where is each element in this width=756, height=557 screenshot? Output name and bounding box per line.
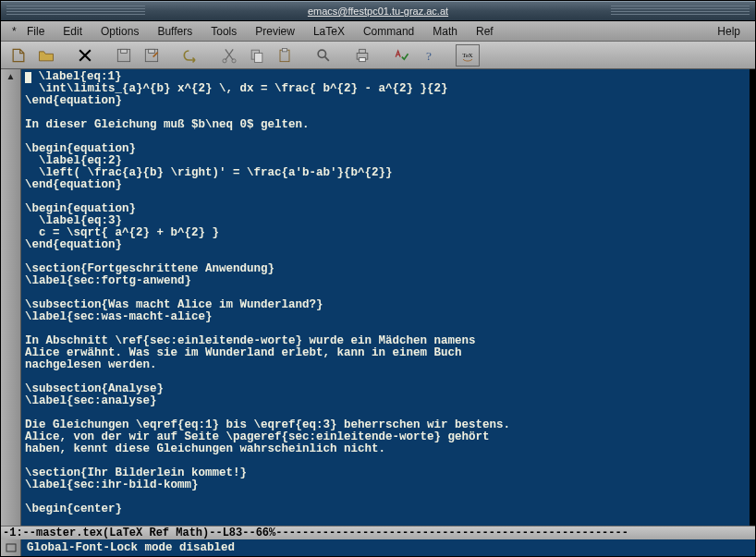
titlebar-stripes-right <box>611 6 750 17</box>
menu-edit[interactable]: Edit <box>54 23 91 40</box>
menu-tools[interactable]: Tools <box>201 23 246 40</box>
print-icon[interactable] <box>350 44 374 67</box>
svg-point-4 <box>223 58 226 62</box>
spell-icon[interactable] <box>389 44 413 67</box>
modeline-dashes: ----------------------------------------… <box>275 527 628 539</box>
window-title: emacs@ffestpc01.tu-graz.ac.at <box>308 6 448 17</box>
menu-buffers[interactable]: Buffers <box>148 23 201 40</box>
open-file-icon[interactable] <box>6 44 30 67</box>
paste-icon[interactable] <box>273 44 297 67</box>
svg-rect-3 <box>149 49 155 53</box>
editor-area: ▲ \label{eq:1} \int\limits_{a}^{b} x^{2}… <box>1 69 755 526</box>
minibuffer-text: Global-Font-Lock mode disabled <box>27 541 235 554</box>
svg-point-5 <box>232 58 236 62</box>
menu-preview[interactable]: Preview <box>246 23 304 40</box>
svg-rect-1 <box>121 49 128 53</box>
svg-text:TeX: TeX <box>462 51 473 57</box>
text-buffer[interactable]: \label{eq:1} \int\limits_{a}^{b} x^{2} \… <box>21 69 750 526</box>
search-icon[interactable] <box>311 44 335 67</box>
svg-rect-16 <box>6 544 16 551</box>
svg-text:?: ? <box>426 49 432 63</box>
copy-icon[interactable] <box>245 44 269 67</box>
close-icon[interactable] <box>73 44 97 67</box>
open-folder-icon[interactable] <box>34 44 58 67</box>
menu-latex[interactable]: LaTeX <box>304 23 354 40</box>
menu-command[interactable]: Command <box>354 23 423 40</box>
menu-file[interactable]: File <box>18 23 54 40</box>
svg-rect-12 <box>360 49 366 53</box>
save-as-icon[interactable] <box>140 44 164 67</box>
menu-help[interactable]: Help <box>708 23 750 40</box>
minibuffer-icon <box>6 543 17 552</box>
minibuffer-gutter <box>1 539 21 556</box>
menu-math[interactable]: Math <box>423 23 467 40</box>
svg-rect-7 <box>255 53 262 62</box>
svg-point-10 <box>318 50 325 57</box>
left-gutter[interactable]: ▲ <box>1 69 21 526</box>
modeline: -1:-- master.tex (LaTeX Ref Math)--L83--… <box>1 526 755 539</box>
tex-icon[interactable]: TeX <box>456 44 480 67</box>
cut-icon[interactable] <box>217 44 241 67</box>
scroll-up-arrow[interactable]: ▲ <box>1 69 20 82</box>
titlebar-stripes-left <box>6 6 145 17</box>
menu-ref[interactable]: Ref <box>467 23 503 40</box>
emacs-window: emacs@ffestpc01.tu-graz.ac.at * File Edi… <box>0 0 756 557</box>
undo-icon[interactable] <box>178 44 202 67</box>
menu-options[interactable]: Options <box>91 23 148 40</box>
modeline-mode: (LaTeX Ref Math)--L83--66% <box>103 527 275 539</box>
modeline-left: -1:-- <box>3 527 36 539</box>
menubar: * File Edit Options Buffers Tools Previe… <box>1 21 755 42</box>
svg-rect-13 <box>360 57 366 61</box>
save-icon[interactable] <box>112 44 136 67</box>
help-icon[interactable]: ? <box>417 44 441 67</box>
minibuffer[interactable]: Global-Font-Lock mode disabled <box>1 539 755 556</box>
svg-rect-9 <box>283 48 287 51</box>
menu-star[interactable]: * <box>6 23 18 40</box>
text-cursor <box>25 72 31 83</box>
window-titlebar[interactable]: emacs@ffestpc01.tu-graz.ac.at <box>1 1 755 21</box>
toolbar: ? TeX <box>1 42 755 69</box>
modeline-buffer-name: master.tex <box>36 527 103 539</box>
right-scrollbar[interactable] <box>750 69 755 526</box>
